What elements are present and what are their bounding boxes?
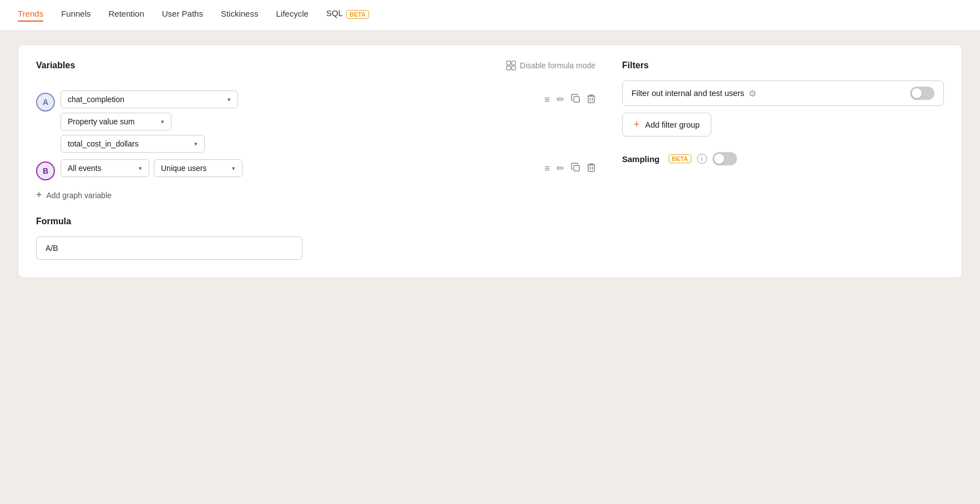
chevron-down-icon: ▾ — [139, 165, 142, 172]
toggle-slider — [713, 152, 737, 165]
toggle-slider — [910, 87, 934, 100]
nav-trends[interactable]: Trends — [18, 9, 43, 22]
delete-icon[interactable] — [587, 94, 595, 105]
nav-user-paths[interactable]: User Paths — [162, 9, 203, 22]
svg-rect-4 — [574, 97, 579, 102]
delete-icon[interactable] — [587, 163, 595, 174]
var-a-property-type-select[interactable]: Property value sum ▾ — [60, 113, 171, 130]
formula-title: Formula — [36, 216, 595, 226]
chevron-down-icon: ▾ — [232, 165, 235, 172]
nav-retention[interactable]: Retention — [109, 9, 144, 22]
variable-row-b: B All events ▾ Unique users ▾ ≡ — [36, 159, 595, 180]
sampling-toggle[interactable] — [713, 152, 737, 165]
filter-icon[interactable]: ≡ — [544, 95, 550, 104]
variables-header: Variables Disable formula mode — [36, 61, 595, 80]
add-filter-group-button[interactable]: + Add filter group — [622, 113, 711, 137]
edit-icon[interactable]: ✏ — [557, 164, 564, 173]
chevron-down-icon: ▾ — [228, 96, 231, 103]
main-content: Variables Disable formula mode A — [0, 31, 980, 291]
svg-rect-1 — [512, 61, 516, 65]
var-a-label: A — [36, 93, 55, 112]
internal-filter-row: Filter out internal and test users ⚙ — [622, 80, 944, 106]
var-b-actions: ≡ ✏ — [544, 163, 595, 174]
copy-icon[interactable] — [571, 163, 580, 174]
var-b-controls: All events ▾ Unique users ▾ — [60, 159, 539, 177]
sampling-row: Sampling BETA i — [622, 152, 944, 165]
internal-filter-toggle[interactable] — [910, 87, 934, 100]
nav-lifecycle[interactable]: Lifecycle — [276, 9, 308, 22]
sampling-label: Sampling — [622, 154, 660, 164]
svg-rect-2 — [507, 66, 511, 70]
chevron-down-icon: ▾ — [161, 118, 164, 125]
filters-title: Filters — [622, 61, 944, 70]
chevron-down-icon: ▾ — [194, 140, 198, 148]
svg-rect-7 — [588, 165, 594, 172]
svg-rect-3 — [512, 66, 516, 70]
plus-icon: + — [36, 189, 42, 201]
nav-sql[interactable]: SQLBETA — [326, 8, 369, 22]
var-b-inner: All events ▾ Unique users ▾ — [60, 159, 539, 177]
svg-rect-6 — [574, 165, 579, 171]
add-variable-button[interactable]: + Add graph variable — [36, 187, 112, 203]
internal-filter-label: Filter out internal and test users ⚙ — [632, 88, 756, 99]
copy-icon[interactable] — [571, 94, 580, 105]
variable-row-a: A chat_completion ▾ Property value sum ▾… — [36, 90, 595, 153]
formula-section: Formula — [36, 216, 595, 260]
var-b-label: B — [36, 162, 55, 180]
var-a-property-val-select[interactable]: total_cost_in_dollars ▾ — [60, 135, 205, 153]
sql-beta-badge: BETA — [346, 10, 369, 19]
nav-stickiness[interactable]: Stickiness — [221, 9, 259, 22]
main-panel: Variables Disable formula mode A — [18, 44, 962, 278]
var-b-metric-select[interactable]: Unique users ▾ — [154, 159, 243, 177]
formula-icon — [506, 61, 516, 70]
gear-icon[interactable]: ⚙ — [749, 88, 756, 99]
svg-rect-0 — [507, 61, 511, 65]
var-a-actions: ≡ ✏ — [544, 94, 595, 105]
formula-input[interactable] — [36, 236, 302, 260]
var-b-event-select[interactable]: All events ▾ — [60, 159, 149, 177]
filter-icon[interactable]: ≡ — [544, 164, 550, 173]
right-column: Filters Filter out internal and test use… — [622, 61, 944, 260]
var-a-controls: chat_completion ▾ Property value sum ▾ t… — [60, 90, 539, 153]
svg-rect-5 — [588, 96, 594, 103]
var-a-event-select[interactable]: chat_completion ▾ — [60, 90, 238, 108]
edit-icon[interactable]: ✏ — [557, 95, 564, 104]
plus-icon: + — [634, 119, 640, 130]
top-navigation: Trends Funnels Retention User Paths Stic… — [0, 0, 980, 31]
variables-title: Variables — [36, 61, 75, 70]
disable-formula-button[interactable]: Disable formula mode — [506, 61, 595, 70]
info-icon[interactable]: i — [697, 154, 707, 164]
sampling-beta-badge: BETA — [669, 154, 691, 163]
nav-funnels[interactable]: Funnels — [61, 9, 90, 22]
left-column: Variables Disable formula mode A — [36, 61, 595, 260]
